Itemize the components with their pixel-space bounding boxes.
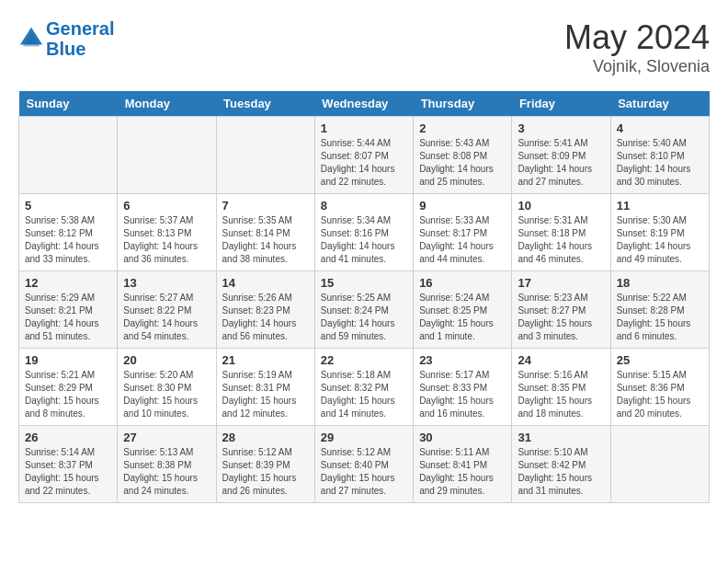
day-number: 11 bbox=[617, 199, 703, 213]
day-info: Sunrise: 5:40 AM Sunset: 8:10 PM Dayligh… bbox=[617, 137, 703, 189]
location-title: Vojnik, Slovenia bbox=[564, 57, 710, 76]
day-info: Sunrise: 5:18 AM Sunset: 8:32 PM Dayligh… bbox=[321, 369, 407, 420]
week-row-2: 5Sunrise: 5:38 AM Sunset: 8:12 PM Daylig… bbox=[19, 194, 710, 271]
day-number: 29 bbox=[321, 431, 407, 444]
day-number: 18 bbox=[617, 276, 703, 290]
day-number: 28 bbox=[222, 431, 309, 444]
week-row-4: 19Sunrise: 5:21 AM Sunset: 8:29 PM Dayli… bbox=[19, 349, 710, 426]
calendar-cell-w4-d7: 25Sunrise: 5:15 AM Sunset: 8:36 PM Dayli… bbox=[610, 349, 709, 426]
day-number: 20 bbox=[123, 353, 210, 367]
day-info: Sunrise: 5:43 AM Sunset: 8:08 PM Dayligh… bbox=[419, 137, 506, 189]
calendar-cell-w3-d6: 17Sunrise: 5:23 AM Sunset: 8:27 PM Dayli… bbox=[512, 271, 610, 349]
day-info: Sunrise: 5:33 AM Sunset: 8:17 PM Dayligh… bbox=[419, 214, 506, 266]
day-number: 8 bbox=[321, 199, 407, 213]
day-number: 22 bbox=[321, 353, 407, 367]
day-number: 10 bbox=[518, 199, 604, 213]
day-number: 31 bbox=[518, 431, 604, 444]
week-row-1: 1Sunrise: 5:44 AM Sunset: 8:07 PM Daylig… bbox=[19, 117, 710, 194]
calendar-cell-w1-d5: 2Sunrise: 5:43 AM Sunset: 8:08 PM Daylig… bbox=[414, 117, 512, 194]
calendar-cell-w1-d1 bbox=[19, 117, 118, 194]
week-row-3: 12Sunrise: 5:29 AM Sunset: 8:21 PM Dayli… bbox=[19, 271, 710, 349]
weekday-header-row: Sunday Monday Tuesday Wednesday Thursday… bbox=[19, 91, 710, 117]
calendar-cell-w4-d2: 20Sunrise: 5:20 AM Sunset: 8:30 PM Dayli… bbox=[118, 349, 216, 426]
day-number: 30 bbox=[419, 431, 506, 444]
title-block: May 2024 Vojnik, Slovenia bbox=[564, 18, 710, 76]
calendar-cell-w5-d2: 27Sunrise: 5:13 AM Sunset: 8:38 PM Dayli… bbox=[118, 426, 216, 503]
day-info: Sunrise: 5:25 AM Sunset: 8:24 PM Dayligh… bbox=[321, 292, 407, 343]
calendar-cell-w5-d4: 29Sunrise: 5:12 AM Sunset: 8:40 PM Dayli… bbox=[314, 426, 413, 503]
calendar-cell-w3-d5: 16Sunrise: 5:24 AM Sunset: 8:25 PM Dayli… bbox=[414, 271, 512, 349]
day-info: Sunrise: 5:12 AM Sunset: 8:39 PM Dayligh… bbox=[222, 446, 309, 498]
calendar-cell-w5-d6: 31Sunrise: 5:10 AM Sunset: 8:42 PM Dayli… bbox=[512, 426, 610, 503]
calendar-cell-w4-d4: 22Sunrise: 5:18 AM Sunset: 8:32 PM Dayli… bbox=[314, 349, 413, 426]
logo-icon bbox=[18, 26, 44, 52]
day-info: Sunrise: 5:35 AM Sunset: 8:14 PM Dayligh… bbox=[222, 214, 309, 266]
calendar-cell-w1-d3 bbox=[216, 117, 314, 194]
logo-text-blue: Blue bbox=[46, 39, 114, 59]
day-info: Sunrise: 5:10 AM Sunset: 8:42 PM Dayligh… bbox=[518, 446, 604, 498]
calendar-cell-w1-d4: 1Sunrise: 5:44 AM Sunset: 8:07 PM Daylig… bbox=[314, 117, 413, 194]
day-number: 21 bbox=[222, 353, 309, 367]
day-number: 13 bbox=[123, 276, 210, 290]
calendar-cell-w4-d1: 19Sunrise: 5:21 AM Sunset: 8:29 PM Dayli… bbox=[19, 349, 118, 426]
header-friday: Friday bbox=[512, 91, 610, 117]
calendar-cell-w2-d5: 9Sunrise: 5:33 AM Sunset: 8:17 PM Daylig… bbox=[414, 194, 512, 271]
day-number: 19 bbox=[25, 353, 111, 367]
day-number: 14 bbox=[222, 276, 309, 290]
page-header: General Blue May 2024 Vojnik, Slovenia bbox=[18, 18, 710, 76]
header-sunday: Sunday bbox=[19, 91, 118, 117]
day-number: 27 bbox=[123, 431, 210, 444]
calendar-cell-w3-d1: 12Sunrise: 5:29 AM Sunset: 8:21 PM Dayli… bbox=[19, 271, 118, 349]
day-info: Sunrise: 5:23 AM Sunset: 8:27 PM Dayligh… bbox=[518, 292, 604, 343]
calendar-cell-w5-d1: 26Sunrise: 5:14 AM Sunset: 8:37 PM Dayli… bbox=[19, 426, 118, 503]
calendar-cell-w2-d4: 8Sunrise: 5:34 AM Sunset: 8:16 PM Daylig… bbox=[314, 194, 413, 271]
day-info: Sunrise: 5:21 AM Sunset: 8:29 PM Dayligh… bbox=[25, 369, 111, 420]
calendar-cell-w2-d2: 6Sunrise: 5:37 AM Sunset: 8:13 PM Daylig… bbox=[118, 194, 216, 271]
calendar-cell-w3-d7: 18Sunrise: 5:22 AM Sunset: 8:28 PM Dayli… bbox=[610, 271, 709, 349]
day-number: 25 bbox=[617, 353, 703, 367]
day-number: 17 bbox=[518, 276, 604, 290]
calendar-cell-w3-d4: 15Sunrise: 5:25 AM Sunset: 8:24 PM Dayli… bbox=[314, 271, 413, 349]
day-info: Sunrise: 5:15 AM Sunset: 8:36 PM Dayligh… bbox=[617, 369, 703, 420]
day-number: 3 bbox=[518, 121, 604, 135]
day-info: Sunrise: 5:13 AM Sunset: 8:38 PM Dayligh… bbox=[123, 446, 210, 498]
header-monday: Monday bbox=[118, 91, 216, 117]
calendar-cell-w1-d2 bbox=[118, 117, 216, 194]
calendar-cell-w2-d1: 5Sunrise: 5:38 AM Sunset: 8:12 PM Daylig… bbox=[19, 194, 118, 271]
header-saturday: Saturday bbox=[610, 91, 709, 117]
logo-text-general: General bbox=[46, 18, 114, 39]
day-number: 16 bbox=[419, 276, 506, 290]
calendar-cell-w4-d6: 24Sunrise: 5:16 AM Sunset: 8:35 PM Dayli… bbox=[512, 349, 610, 426]
header-wednesday: Wednesday bbox=[314, 91, 413, 117]
day-number: 2 bbox=[419, 121, 506, 135]
day-info: Sunrise: 5:17 AM Sunset: 8:33 PM Dayligh… bbox=[419, 369, 506, 420]
calendar-cell-w5-d7 bbox=[610, 426, 709, 503]
day-info: Sunrise: 5:37 AM Sunset: 8:13 PM Dayligh… bbox=[123, 214, 210, 266]
day-info: Sunrise: 5:31 AM Sunset: 8:18 PM Dayligh… bbox=[518, 214, 604, 266]
day-info: Sunrise: 5:19 AM Sunset: 8:31 PM Dayligh… bbox=[222, 369, 309, 420]
calendar-cell-w1-d7: 4Sunrise: 5:40 AM Sunset: 8:10 PM Daylig… bbox=[610, 117, 709, 194]
day-info: Sunrise: 5:24 AM Sunset: 8:25 PM Dayligh… bbox=[419, 292, 506, 343]
day-number: 6 bbox=[123, 199, 210, 213]
day-number: 23 bbox=[419, 353, 506, 367]
calendar-cell-w5-d3: 28Sunrise: 5:12 AM Sunset: 8:39 PM Dayli… bbox=[216, 426, 314, 503]
calendar-cell-w4-d3: 21Sunrise: 5:19 AM Sunset: 8:31 PM Dayli… bbox=[216, 349, 314, 426]
day-info: Sunrise: 5:11 AM Sunset: 8:41 PM Dayligh… bbox=[419, 446, 506, 498]
logo: General Blue bbox=[18, 18, 114, 59]
week-row-5: 26Sunrise: 5:14 AM Sunset: 8:37 PM Dayli… bbox=[19, 426, 710, 503]
day-info: Sunrise: 5:16 AM Sunset: 8:35 PM Dayligh… bbox=[518, 369, 604, 420]
day-info: Sunrise: 5:20 AM Sunset: 8:30 PM Dayligh… bbox=[123, 369, 210, 420]
day-number: 9 bbox=[419, 199, 506, 213]
day-number: 12 bbox=[25, 276, 111, 290]
calendar-cell-w1-d6: 3Sunrise: 5:41 AM Sunset: 8:09 PM Daylig… bbox=[512, 117, 610, 194]
header-tuesday: Tuesday bbox=[216, 91, 314, 117]
day-number: 7 bbox=[222, 199, 309, 213]
calendar-table: Sunday Monday Tuesday Wednesday Thursday… bbox=[18, 91, 710, 503]
day-info: Sunrise: 5:30 AM Sunset: 8:19 PM Dayligh… bbox=[617, 214, 703, 266]
day-info: Sunrise: 5:12 AM Sunset: 8:40 PM Dayligh… bbox=[321, 446, 407, 498]
day-info: Sunrise: 5:34 AM Sunset: 8:16 PM Dayligh… bbox=[321, 214, 407, 266]
header-thursday: Thursday bbox=[414, 91, 512, 117]
day-info: Sunrise: 5:44 AM Sunset: 8:07 PM Dayligh… bbox=[321, 137, 407, 189]
day-number: 5 bbox=[25, 199, 111, 213]
day-info: Sunrise: 5:26 AM Sunset: 8:23 PM Dayligh… bbox=[222, 292, 309, 343]
